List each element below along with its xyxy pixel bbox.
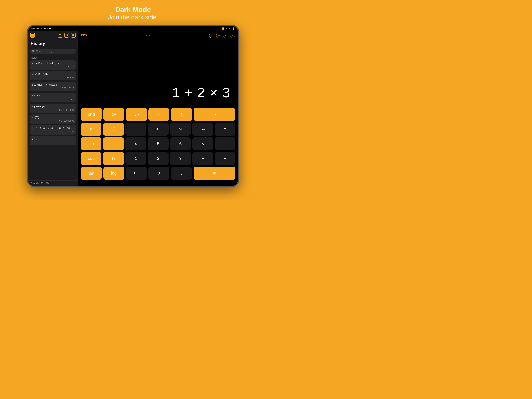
history-result: = 5.02115328 [32, 87, 74, 90]
toolbar-dots [146, 35, 150, 36]
key-row-1: 2nd x² x⁻¹ ( ) [81, 108, 235, 121]
key-percent[interactable]: % [192, 123, 213, 136]
key-7[interactable]: 7 [126, 123, 146, 136]
ipad-frame: 9:41 AM Sat Dec 28 📶 100% 🔋 [27, 25, 239, 187]
key-2nd[interactable]: 2nd [81, 108, 102, 121]
sidebar-toggle-button[interactable] [30, 33, 35, 38]
keypad: 2nd x² x⁻¹ ( ) π √ [78, 106, 238, 184]
key-2[interactable]: 2 [148, 152, 168, 165]
sidebar-toolbar [28, 31, 78, 39]
currency-button[interactable]: $ [209, 33, 214, 38]
history-expr: 9 × 3 [32, 138, 74, 140]
history-expr: log(2) + log(3) [32, 105, 74, 108]
currency2-button[interactable]: $$ [216, 33, 221, 38]
key-multiply[interactable]: × [192, 137, 213, 150]
settings-button[interactable]: ⚙ [230, 33, 235, 38]
search-input[interactable] [36, 50, 74, 53]
status-right: 📶 100% 🔋 [222, 27, 235, 30]
key-dot[interactable]: . [171, 167, 192, 180]
key-closeparen[interactable]: ) [171, 108, 192, 121]
history-result: = 55 [32, 130, 74, 133]
key-8[interactable]: 8 [148, 123, 168, 136]
battery-icon: 🔋 [232, 27, 235, 30]
key-x2[interactable]: x² [103, 108, 125, 121]
key-5[interactable]: 5 [148, 137, 168, 150]
key-0[interactable]: 0 [148, 167, 170, 180]
history-item[interactable]: Mean Radius of Earth (km) = 6,371 [30, 60, 76, 70]
key-4[interactable]: 4 [126, 137, 146, 150]
history-expr: 50 USD → CNY [32, 73, 74, 75]
page-header: Dark Mode Join the dark side. [108, 0, 158, 25]
filter-button[interactable] [58, 33, 63, 38]
svg-rect-1 [32, 34, 34, 36]
key-caret[interactable]: ^ [215, 123, 235, 136]
history-result: = 0.7781512504 [32, 109, 74, 111]
sidebar: History 🔍 Today Mean Radius of Earth (km… [28, 31, 78, 186]
key-6[interactable]: 6 [170, 137, 191, 150]
history-result: = 364.97 [32, 76, 74, 79]
wifi-icon: 📶 [222, 27, 225, 30]
trash-button[interactable] [71, 33, 76, 38]
key-ln[interactable]: ln [103, 152, 124, 165]
status-time: 9:41 AM [31, 27, 39, 30]
history-expr: √(12 + 13) [32, 94, 74, 97]
history-result: = 6,371 [32, 65, 74, 68]
history-item[interactable]: 1 + 2 + 3 + 4 + 5 + 6 + 7 + 8 + 9 + 10 =… [30, 125, 76, 134]
status-bar: 9:41 AM Sat Dec 28 📶 100% 🔋 [28, 26, 238, 31]
key-1[interactable]: 1 [126, 152, 146, 165]
history-expr: Mean Radius of Earth (km) [32, 62, 74, 64]
sidebar-title: History [28, 39, 78, 47]
section-today-label: Today [28, 56, 78, 60]
home-indicator [146, 184, 170, 184]
history-item[interactable]: 3.12 Miles → Kilometers = 5.02115328 [30, 82, 76, 91]
history-item[interactable]: log(2) + log(3) = 0.7781512504 [30, 104, 76, 113]
history-item[interactable]: 50 USD → CNY = 364.97 [30, 71, 76, 80]
status-date: Sat Dec 28 [41, 27, 51, 30]
header-subtitle: Join the dark side. [108, 14, 158, 21]
display-expression: 1 + 2 × 3 [172, 85, 230, 101]
search-icon: 🔍 [32, 50, 35, 53]
key-xinv[interactable]: x⁻¹ [126, 108, 147, 121]
key-row-5: tan log EE 0 . = [81, 167, 235, 180]
key-divide[interactable]: ÷ [215, 137, 235, 150]
key-e[interactable]: e [103, 137, 124, 150]
key-row-4: cos ln 1 2 3 + − [81, 152, 235, 165]
key-tan[interactable]: tan [81, 167, 102, 180]
history-item[interactable]: √(12 + 13) = 5 [30, 93, 76, 102]
key-ee[interactable]: EE [126, 167, 147, 180]
history-list: Mean Radius of Earth (km) = 6,371 50 USD… [28, 60, 78, 180]
calculator-main: DEG $ $$ + ⚙ 1 + 2 × 3 [78, 31, 238, 186]
svg-rect-0 [31, 34, 32, 36]
ipad-content: History 🔍 Today Mean Radius of Earth (km… [28, 31, 238, 186]
history-result: = 5 [32, 98, 74, 101]
key-backspace[interactable] [194, 108, 235, 121]
key-minus[interactable]: − [215, 152, 235, 165]
history-result: = 27 [32, 141, 74, 144]
key-plus[interactable]: + [192, 152, 213, 165]
key-sqrt[interactable]: √ [103, 123, 124, 136]
battery-level: 100% [226, 27, 231, 30]
key-3[interactable]: 3 [170, 152, 191, 165]
key-log[interactable]: log [103, 167, 125, 180]
key-cos[interactable]: cos [81, 152, 101, 165]
history-expr: 3.12 Miles → Kilometers [32, 83, 74, 86]
add-button[interactable]: + [223, 33, 228, 38]
history-item[interactable]: tan(60) = 1.732050808 [30, 114, 76, 124]
deg-mode[interactable]: DEG [81, 34, 87, 37]
dot1 [146, 35, 147, 36]
key-sin[interactable]: sin [81, 137, 101, 150]
key-equals[interactable]: = [194, 167, 235, 180]
key-9[interactable]: 9 [170, 123, 191, 136]
sidebar-footer: December 15, 2024 [28, 180, 78, 186]
toolbar-right: $ $$ + ⚙ [209, 33, 235, 38]
history-expr: tan(60) [32, 116, 74, 119]
header-title: Dark Mode [108, 6, 158, 14]
history-item[interactable]: 9 × 3 = 27 [30, 136, 76, 145]
history-expr: 1 + 2 + 3 + 4 + 5 + 6 + 7 + 8 + 9 + 10 [32, 127, 74, 130]
history-button[interactable] [64, 33, 69, 38]
calc-toolbar: DEG $ $$ + ⚙ [78, 31, 238, 39]
dot3 [149, 35, 150, 36]
key-openparen[interactable]: ( [148, 108, 170, 121]
search-box[interactable]: 🔍 [30, 49, 76, 54]
key-pi[interactable]: π [81, 123, 101, 136]
